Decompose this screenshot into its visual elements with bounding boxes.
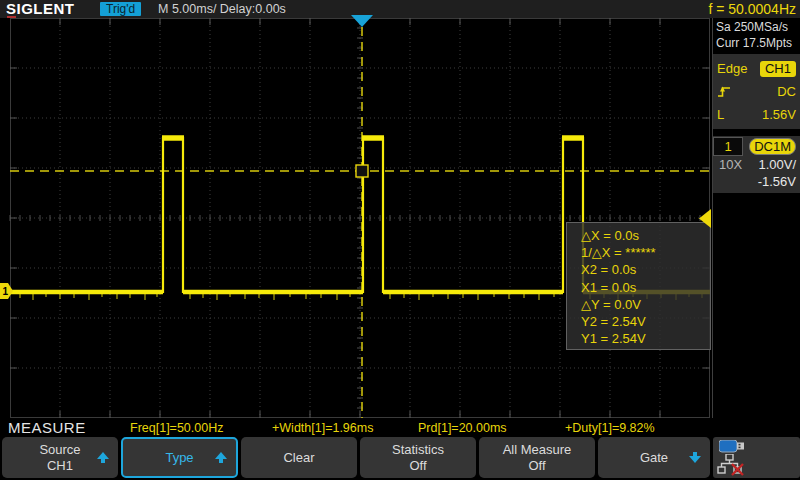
channel-number-tab: 1 [713,137,743,156]
trigger-level-value: 1.56V [762,107,796,122]
status-icon-panel [713,437,800,478]
usb-icon [719,440,749,453]
measurement-readout: Freq[1]=50.00Hz [130,421,223,435]
measure-bar: MEASURE Freq[1]=50.00Hz+Width[1]=1.96msP… [0,418,800,436]
softkey-label: All Measure [503,442,572,458]
trigger-type: Edge [717,61,747,76]
cursor-handle[interactable] [356,165,368,177]
channel-coupling-badge: DC1M [749,138,796,155]
softkey-menu: SourceCH1TypeClearStatisticsOffAll Measu… [0,436,800,480]
sample-rate: Sa 250MSa/s [713,18,800,34]
trigger-info-box[interactable]: Edge CH1 DC L 1.56V [713,54,800,129]
menu-down-arrow-icon [689,452,701,464]
cursor-readout-line: Y2 = 2.54V [581,313,710,330]
cursor-readout-panel: △X = 0.0s1/△X = ******X2 = 0.0sX1 = 0.0s… [566,222,711,350]
measurement-readout: Prd[1]=20.00ms [418,421,507,435]
softkey-sublabel: Off [528,458,545,474]
memory-depth: Curr 17.5Mpts [713,34,800,50]
vertical-offset: -1.56V [758,174,796,189]
right-sidebar: Sa 250MSa/s Curr 17.5Mpts Edge CH1 DC L … [712,18,800,418]
oscilloscope-screen: SIGLENT Trig'd M 5.00ms/ Delay:0.00s f =… [0,0,800,480]
cursor-readout-line: Y1 = 2.54V [581,330,710,347]
trigger-level-marker[interactable] [698,209,711,228]
softkey-sublabel: Off [409,458,426,474]
rising-edge-icon [717,85,731,98]
softkey-gate[interactable]: Gate [598,437,710,478]
softkey-sublabel: CH1 [47,458,73,474]
trigger-position-marker[interactable] [351,15,373,27]
softkey-label: Statistics [392,442,444,458]
svg-text:1: 1 [3,286,9,297]
channel-info-box[interactable]: 1 DC1M 10X 1.00V/ -1.56V [713,136,800,193]
cursor-readout-line: 1/△X = ****** [581,244,710,261]
softkey-label: Type [165,450,193,466]
softkey-statistics[interactable]: StatisticsOff [360,437,476,478]
cursor-readout-line: X1 = 0.0s [581,279,710,296]
probe-attenuation: 10X [719,157,742,172]
graticule: 1 [0,0,712,436]
softkey-source[interactable]: SourceCH1 [2,437,118,478]
cursor-readout-line: △X = 0.0s [581,227,710,244]
softkey-label: Source [39,442,80,458]
softkey-all-measure[interactable]: All MeasureOff [479,437,595,478]
frequency-counter: f = 50.0004Hz [708,1,796,17]
softkey-clear[interactable]: Clear [241,437,357,478]
trigger-level-label: L [717,107,724,122]
menu-up-arrow-icon [215,452,227,464]
softkey-label: Gate [640,450,668,466]
softkey-label: Clear [283,450,314,466]
cursor-readout-line: X2 = 0.0s [581,261,710,278]
vertical-scale: 1.00V/ [758,157,796,172]
cursor-readout-line: △Y = 0.0V [581,296,710,313]
measurement-readout: +Duty[1]=9.82% [565,421,655,435]
trigger-source-badge: CH1 [760,61,796,77]
trigger-coupling: DC [777,84,796,99]
lan-disconnected-icon [717,454,747,476]
measure-title: MEASURE [8,419,86,436]
menu-up-arrow-icon [97,452,109,464]
measurement-readout: +Width[1]=1.96ms [272,421,373,435]
softkey-type[interactable]: Type [121,437,238,478]
